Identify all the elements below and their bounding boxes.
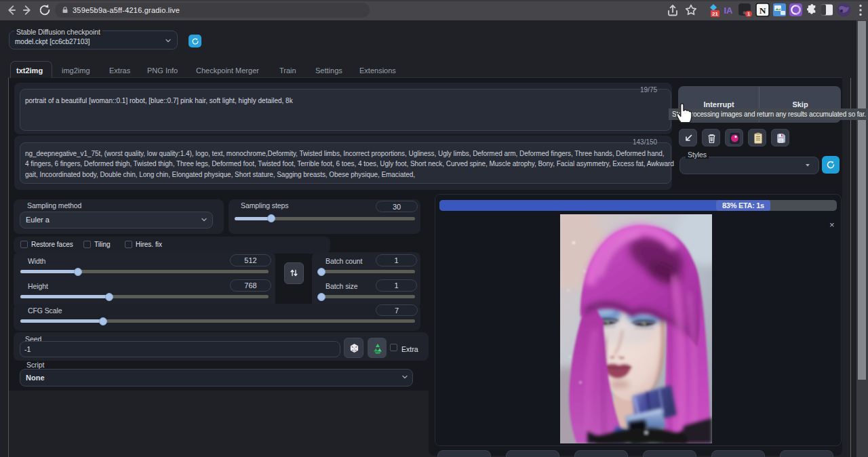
svg-text:1: 1 <box>747 11 750 17</box>
svg-text:21: 21 <box>712 11 718 17</box>
svg-text:N: N <box>760 5 766 16</box>
svg-text:IA: IA <box>724 5 734 16</box>
